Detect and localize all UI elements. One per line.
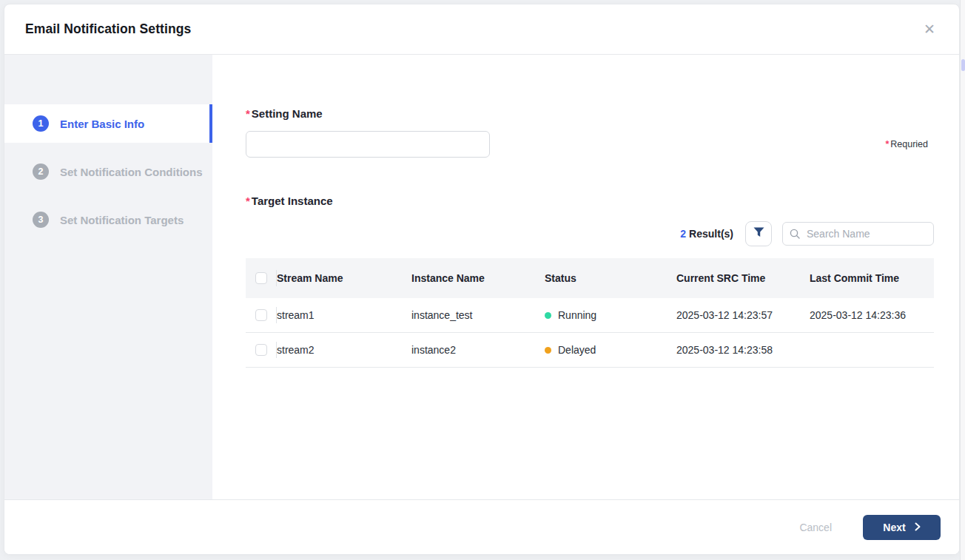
cell-stream-name: stream1 bbox=[277, 309, 411, 321]
cell-current-src-time: 2025-03-12 14:23:57 bbox=[676, 309, 810, 321]
status-dot-running bbox=[545, 312, 551, 319]
required-note: *Requried bbox=[885, 139, 928, 149]
modal-footer: Cancel Next bbox=[4, 499, 959, 554]
required-note-text: Requried bbox=[890, 139, 928, 149]
required-asterisk: * bbox=[246, 107, 250, 120]
close-icon[interactable]: ✕ bbox=[921, 19, 938, 39]
column-divider bbox=[276, 307, 277, 323]
result-count: 2Result(s) bbox=[680, 228, 733, 240]
result-count-label: Result(s) bbox=[689, 228, 733, 240]
row-checkbox[interactable] bbox=[255, 309, 267, 321]
modal-title: Email Notification Settings bbox=[25, 21, 191, 37]
table-row[interactable]: stream2 instance2 Delayed 2025-03-12 14:… bbox=[246, 333, 934, 368]
header-status: Status bbox=[545, 272, 676, 284]
search-icon bbox=[789, 228, 801, 243]
search-box bbox=[782, 222, 934, 246]
required-asterisk: * bbox=[885, 139, 889, 149]
cell-instance-name: instance2 bbox=[411, 344, 545, 356]
step-2-label: Set Notification Conditions bbox=[60, 166, 203, 178]
filter-funnel-icon bbox=[753, 227, 764, 240]
table-toolbar: 2Result(s) bbox=[246, 221, 934, 246]
cell-current-src-time: 2025-03-12 14:23:58 bbox=[676, 344, 810, 356]
next-button[interactable]: Next bbox=[863, 515, 941, 540]
table-header-row: Stream Name Instance Name Status Current… bbox=[246, 258, 934, 298]
cell-stream-name: stream2 bbox=[277, 344, 411, 356]
step-3-number: 3 bbox=[33, 212, 49, 228]
next-button-label: Next bbox=[883, 522, 905, 533]
table-row[interactable]: stream1 instance_test Running 2025-03-12… bbox=[246, 298, 934, 333]
step-set-notification-conditions[interactable]: 2 Set Notification Conditions bbox=[4, 152, 212, 191]
header-last-commit-time: Last Commit Time bbox=[810, 272, 934, 284]
target-instance-table: Stream Name Instance Name Status Current… bbox=[246, 258, 934, 368]
column-divider bbox=[276, 270, 277, 286]
step-1-label: Enter Basic Info bbox=[60, 118, 144, 130]
email-notification-settings-modal: Email Notification Settings ✕ 1 Enter Ba… bbox=[4, 4, 960, 555]
row-checkbox-cell bbox=[246, 298, 277, 332]
select-all-checkbox[interactable] bbox=[255, 272, 267, 284]
filter-button[interactable] bbox=[745, 221, 772, 246]
cell-status: Delayed bbox=[545, 344, 676, 356]
cell-instance-name: instance_test bbox=[411, 309, 545, 321]
status-label: Running bbox=[558, 309, 596, 321]
result-count-number: 2 bbox=[680, 228, 686, 240]
modal-header: Email Notification Settings ✕ bbox=[4, 4, 959, 55]
status-label: Delayed bbox=[558, 344, 596, 356]
header-current-src-time: Current SRC Time bbox=[676, 272, 810, 284]
cell-last-commit-time: 2025-03-12 14:23:36 bbox=[810, 309, 934, 321]
cell-status: Running bbox=[545, 309, 676, 321]
header-instance-name: Instance Name bbox=[411, 272, 545, 284]
chevron-right-icon bbox=[915, 522, 921, 533]
scrollbar-thumb[interactable] bbox=[961, 59, 965, 71]
step-1-number: 1 bbox=[33, 115, 49, 132]
row-checkbox-cell bbox=[246, 333, 277, 367]
column-divider bbox=[276, 342, 277, 358]
step-set-notification-targets[interactable]: 3 Set Notification Targets bbox=[4, 200, 212, 239]
steps-sidebar: 1 Enter Basic Info 2 Set Notification Co… bbox=[4, 55, 212, 499]
setting-name-label: *Setting Name bbox=[246, 55, 932, 120]
step-3-label: Set Notification Targets bbox=[60, 214, 184, 226]
modal-body: 1 Enter Basic Info 2 Set Notification Co… bbox=[4, 55, 959, 499]
step-enter-basic-info[interactable]: 1 Enter Basic Info bbox=[4, 104, 212, 143]
status-dot-delayed bbox=[545, 347, 551, 354]
target-instance-label: *Target Instance bbox=[246, 195, 932, 207]
step-2-number: 2 bbox=[33, 163, 49, 180]
row-checkbox[interactable] bbox=[255, 344, 267, 356]
search-input[interactable] bbox=[782, 222, 934, 246]
header-checkbox-cell bbox=[246, 258, 277, 298]
header-stream-name: Stream Name bbox=[277, 272, 411, 284]
cancel-button[interactable]: Cancel bbox=[799, 522, 832, 533]
required-asterisk: * bbox=[246, 195, 250, 207]
main-content: *Requried *Setting Name *Target Instance… bbox=[212, 55, 959, 499]
page-scrollbar[interactable] bbox=[960, 0, 965, 560]
setting-name-input[interactable] bbox=[246, 131, 490, 158]
